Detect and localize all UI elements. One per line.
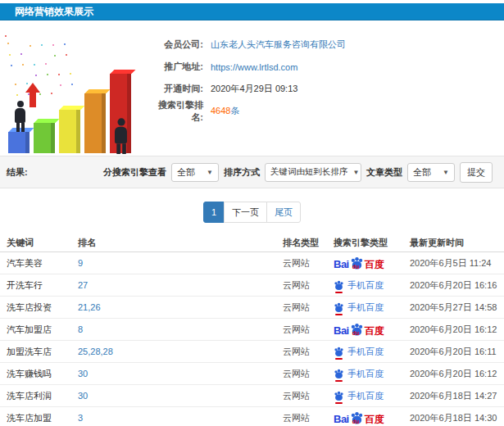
col-rank-type: 排名类型	[283, 237, 334, 249]
keyword-cell: 开洗车行	[7, 279, 78, 292]
mobile-baidu-logo: 手机百度	[334, 391, 410, 401]
table-row: 汽车美容9云网站Baidu百度2020年6月5日 11:24	[0, 252, 504, 274]
updated-time-cell: 2020年6月18日 14:30	[410, 412, 504, 424]
article-type-value: 全部	[413, 166, 431, 179]
rank-link[interactable]: 3	[78, 413, 283, 423]
keyword-cell: 洗车店利润	[7, 390, 78, 402]
keyword-cell: 洗车店加盟	[7, 412, 78, 424]
baidu-paw-icon	[334, 280, 344, 291]
page-title: 网络营销效果展示	[15, 6, 93, 17]
next-page-button[interactable]: 下一页	[224, 202, 267, 223]
baidu-paw-icon: du	[350, 411, 364, 424]
updated-time-cell: 2020年6月5日 11:24	[410, 257, 504, 270]
page-1-button[interactable]: 1	[203, 202, 225, 223]
engine-rank-count: 4648	[211, 106, 230, 116]
results-table: 关键词 排名 排名类型 搜索引擎类型 最新更新时间 汽车美容9云网站Baidu百…	[0, 234, 504, 426]
rank-type-cell: 云网站	[283, 257, 334, 270]
open-time-label: 开通时间:	[149, 83, 203, 95]
baidu-paw-icon	[334, 347, 344, 357]
table-row: 洗车店投资21,26云网站手机百度2020年5月27日 14:58	[0, 297, 504, 319]
submit-button[interactable]: 提交	[460, 162, 493, 183]
up-arrow-icon	[25, 83, 40, 107]
member-company-link[interactable]: 山东老人头汽车服务咨询有限公司	[211, 39, 346, 51]
rank-type-cell: 云网站	[283, 412, 334, 424]
chevron-down-icon: ▼	[348, 169, 360, 176]
col-updated: 最新更新时间	[410, 237, 504, 249]
result-label: 结果:	[7, 166, 28, 179]
promo-url-link[interactable]: https://www.lrtlsd.com	[211, 62, 297, 72]
sort-label: 排序方式	[224, 166, 260, 179]
page-header: 网络营销效果展示	[0, 3, 504, 20]
baidu-paw-icon	[334, 369, 344, 379]
results-table-body: 汽车美容9云网站Baidu百度2020年6月5日 11:24开洗车行27云网站手…	[0, 252, 504, 426]
baidu-paw-icon	[334, 391, 344, 401]
promo-url-row: 推广地址: https://www.lrtlsd.com	[149, 56, 504, 78]
baidu-paw-icon: du	[350, 256, 364, 270]
col-engine-type: 搜索引擎类型	[334, 237, 410, 249]
updated-time-cell: 2020年6月20日 16:16	[410, 279, 504, 292]
filter-bar: 结果: 分搜索引擎查看 全部 ▼ 排序方式 关键词由短到长排序 ▼ 文章类型 全…	[0, 156, 504, 188]
sort-value: 关键词由短到长排序	[270, 166, 348, 178]
rank-link[interactable]: 21,26	[78, 302, 283, 312]
open-time-value: 2020年4月29日 09:13	[211, 83, 297, 95]
article-type-label: 文章类型	[366, 166, 402, 179]
col-keyword: 关键词	[7, 237, 78, 249]
baidu-paw-icon	[334, 302, 344, 313]
rank-link[interactable]: 25,28,28	[78, 347, 283, 356]
rank-link[interactable]: 30	[78, 369, 283, 378]
member-company-row: 会员公司: 山东老人头汽车服务咨询有限公司	[149, 34, 504, 56]
updated-time-cell: 2020年6月20日 16:11	[410, 346, 504, 358]
member-info-panel: 会员公司: 山东老人头汽车服务咨询有限公司 推广地址: https://www.…	[149, 29, 504, 156]
pagination: 1 下一页 尾页	[0, 188, 504, 234]
engine-rank-label: 搜索引擎排名:	[149, 99, 203, 124]
table-header-row: 关键词 排名 排名类型 搜索引擎类型 最新更新时间	[0, 234, 504, 252]
chevron-down-icon: ▼	[438, 169, 449, 176]
rank-type-cell: 云网站	[283, 390, 334, 402]
mobile-baidu-logo: 手机百度	[334, 302, 410, 313]
businessman-figure-right	[115, 118, 127, 154]
mobile-baidu-logo: 手机百度	[334, 369, 410, 379]
chevron-down-icon: ▼	[202, 169, 213, 176]
bar-graphic	[34, 123, 55, 153]
rank-type-cell: 云网站	[283, 368, 334, 380]
updated-time-cell: 2020年5月27日 14:58	[410, 301, 504, 314]
rank-type-cell: 云网站	[283, 346, 334, 358]
table-row: 加盟洗车店25,28,28云网站手机百度2020年6月20日 16:11	[0, 341, 504, 363]
rank-link[interactable]: 8	[78, 324, 283, 334]
baidu-logo: Baidu百度	[334, 411, 410, 424]
keyword-cell: 汽车美容	[7, 257, 78, 270]
rank-link[interactable]: 9	[78, 258, 283, 268]
engine-filter-select[interactable]: 全部 ▼	[171, 163, 219, 182]
top-section: 会员公司: 山东老人头汽车服务咨询有限公司 推广地址: https://www.…	[0, 20, 504, 156]
engine-filter-value: 全部	[177, 166, 195, 179]
rank-link[interactable]: 30	[78, 391, 283, 401]
updated-time-cell: 2020年6月18日 14:27	[410, 390, 504, 402]
last-page-button[interactable]: 尾页	[266, 202, 301, 223]
col-rank: 排名	[78, 237, 283, 249]
keyword-cell: 加盟洗车店	[7, 346, 78, 358]
rank-type-cell: 云网站	[283, 301, 334, 314]
mobile-baidu-logo: 手机百度	[334, 347, 410, 357]
promo-url-label: 推广地址:	[149, 61, 203, 73]
updated-time-cell: 2020年6月20日 16:12	[410, 324, 504, 336]
businessman-figure-left	[15, 101, 25, 132]
growth-chart-illustration	[0, 29, 149, 158]
table-row: 开洗车行27云网站手机百度2020年6月20日 16:16	[0, 274, 504, 297]
engine-rank-unit[interactable]: 条	[230, 106, 239, 116]
rank-link[interactable]: 27	[78, 280, 283, 290]
keyword-cell: 洗车店投资	[7, 301, 78, 314]
baidu-paw-icon: du	[350, 323, 364, 336]
table-row: 汽车加盟店8云网站Baidu百度2020年6月20日 16:12	[0, 319, 504, 341]
member-company-label: 会员公司:	[149, 39, 203, 51]
keyword-cell: 汽车加盟店	[7, 324, 78, 336]
table-row: 洗车店利润30云网站手机百度2020年6月18日 14:27	[0, 385, 504, 407]
baidu-logo: Baidu百度	[334, 256, 410, 270]
open-time-row: 开通时间: 2020年4月29日 09:13	[149, 78, 504, 100]
updated-time-cell: 2020年6月20日 16:12	[410, 368, 504, 380]
engine-rank-row: 搜索引擎排名: 4648条	[149, 100, 504, 122]
table-row: 洗车赚钱吗30云网站手机百度2020年6月20日 16:12	[0, 363, 504, 385]
bar-graphic	[84, 93, 106, 153]
table-row: 洗车店加盟3云网站Baidu百度2020年6月18日 14:30	[0, 407, 504, 426]
article-type-select[interactable]: 全部 ▼	[407, 163, 455, 182]
sort-select[interactable]: 关键词由短到长排序 ▼	[265, 163, 361, 182]
